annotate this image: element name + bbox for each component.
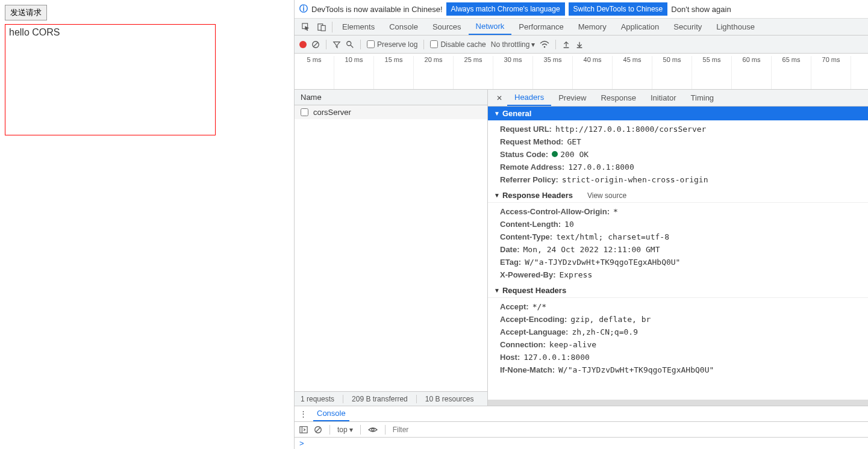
header-value: * [613, 207, 618, 216]
console-sidebar-icon[interactable] [299, 426, 308, 434]
header-key: Accept-Language: [500, 327, 568, 336]
svg-point-7 [544, 46, 546, 48]
kebab-menu-icon[interactable]: ⋮ [299, 409, 307, 418]
download-icon[interactable] [575, 40, 584, 49]
header-value: */* [532, 302, 546, 311]
view-source-link[interactable]: View source [587, 191, 626, 200]
requests-count: 1 requests [301, 395, 334, 403]
console-drawer-tabs: ⋮ Console [295, 406, 868, 422]
wifi-icon[interactable] [540, 40, 549, 49]
close-details-icon[interactable]: ✕ [492, 94, 507, 102]
header-key: Accept-Encoding: [500, 315, 567, 324]
timeline-tick: 50 ms [652, 56, 692, 89]
header-key: X-Powered-By: [500, 270, 555, 279]
info-icon: ⓘ [299, 4, 308, 14]
context-select[interactable]: top ▾ [337, 426, 353, 434]
clear-console-icon[interactable] [314, 426, 322, 434]
horizontal-scrollbar[interactable] [488, 400, 868, 406]
triangle-down-icon: ▼ [494, 287, 500, 294]
tab-memory[interactable]: Memory [571, 19, 614, 35]
timeline-tick: 60 ms [732, 56, 772, 89]
tab-performance[interactable]: Performance [511, 19, 570, 35]
section-response-header[interactable]: ▼ Response Headers View source [488, 188, 868, 203]
detail-tab-timing[interactable]: Timing [684, 90, 722, 106]
detail-tab-initiator[interactable]: Initiator [643, 90, 684, 106]
header-value: keep-alive [549, 340, 596, 349]
header-key: Referrer Policy: [500, 175, 558, 184]
chevron-down-icon: ▾ [531, 40, 535, 49]
detail-tab-preview[interactable]: Preview [551, 90, 593, 106]
name-column-header[interactable]: Name [295, 90, 487, 105]
header-value: 127.0.0.1:8000 [523, 353, 590, 362]
section-general-header[interactable]: ▼ General [488, 107, 868, 120]
header-row: Date:Mon, 24 Oct 2022 12:11:00 GMT [488, 243, 868, 256]
tab-lighthouse[interactable]: Lighthouse [709, 19, 762, 35]
header-key: Connection: [500, 340, 546, 349]
tab-application[interactable]: Application [614, 19, 667, 35]
header-row: Accept-Encoding:gzip, deflate, br [488, 313, 868, 326]
search-icon[interactable] [346, 40, 354, 49]
device-toolbar-icon[interactable] [314, 20, 329, 34]
tab-console[interactable]: Console [313, 406, 349, 421]
row-checkbox[interactable] [301, 108, 308, 116]
throttling-select[interactable]: No throttling ▾ [491, 40, 535, 49]
divider [360, 40, 361, 49]
console-prompt[interactable]: > [295, 438, 868, 449]
tab-elements[interactable]: Elements [335, 19, 382, 35]
header-row: Request Method:GET [488, 135, 868, 148]
section-request-header[interactable]: ▼ Request Headers [488, 283, 868, 298]
timeline-tick: 25 ms [454, 56, 493, 89]
header-row: Accept-Language:zh,zh-CN;q=0.9 [488, 326, 868, 338]
eye-icon[interactable] [368, 426, 378, 433]
divider [326, 40, 326, 49]
resources-size: 10 B resources [425, 395, 474, 403]
record-button[interactable] [299, 41, 307, 48]
divider [416, 395, 417, 403]
disable-cache-label: Disable cache [440, 40, 486, 49]
dont-show-again-link[interactable]: Don't show again [671, 5, 731, 14]
tab-security[interactable]: Security [666, 19, 709, 35]
console-filter-input[interactable] [393, 426, 513, 434]
filter-icon[interactable] [333, 40, 341, 49]
request-name: corsServer [313, 108, 351, 117]
detail-tab-response[interactable]: Response [593, 90, 643, 106]
header-value: GET [567, 137, 581, 146]
preserve-log-label: Preserve log [377, 40, 417, 49]
tab-sources[interactable]: Sources [425, 19, 469, 35]
language-info-bar: ⓘ DevTools is now available in Chinese! … [295, 0, 868, 19]
devtools-main-tabs: ElementsConsoleSourcesNetworkPerformance… [295, 19, 868, 36]
timeline-tick: 10 ms [334, 56, 374, 89]
timeline-tick: 55 ms [692, 56, 732, 89]
header-value: gzip, deflate, br [570, 315, 651, 324]
send-request-button[interactable]: 发送请求 [5, 5, 47, 20]
transferred-size: 209 B transferred [352, 395, 408, 403]
timeline-tick: 65 ms [772, 56, 811, 89]
header-row: Host:127.0.0.1:8000 [488, 351, 868, 364]
section-request-title: Request Headers [502, 286, 566, 295]
divider [332, 22, 333, 33]
clear-icon[interactable] [311, 40, 320, 49]
network-timeline[interactable]: 5 ms10 ms15 ms20 ms25 ms30 ms35 ms40 ms4… [295, 54, 868, 90]
always-match-language-button[interactable]: Always match Chrome's language [446, 2, 565, 16]
header-value: zh,zh-CN;q=0.9 [572, 327, 638, 336]
section-response-title: Response Headers [502, 191, 573, 200]
switch-to-chinese-button[interactable]: Switch DevTools to Chinese [569, 2, 668, 16]
divider [423, 40, 424, 49]
detail-tab-headers[interactable]: Headers [507, 90, 551, 106]
header-row: Status Code:200 OK [488, 148, 868, 161]
tab-network[interactable]: Network [469, 19, 512, 35]
upload-icon[interactable] [562, 40, 570, 49]
preserve-log-checkbox[interactable]: Preserve log [367, 40, 417, 49]
detail-tabs: ✕ HeadersPreviewResponseInitiatorTiming [488, 90, 868, 107]
inspect-element-icon[interactable] [298, 20, 314, 34]
svg-line-11 [316, 427, 320, 432]
header-value: strict-origin-when-cross-origin [562, 175, 708, 184]
throttling-label: No throttling [491, 40, 530, 49]
header-key: Request URL: [500, 125, 552, 134]
header-value: 127.0.0.1:8000 [568, 163, 634, 172]
tab-console[interactable]: Console [382, 19, 425, 35]
header-row: X-Powered-By:Express [488, 268, 868, 281]
request-row[interactable]: corsServer [295, 105, 487, 119]
divider [329, 425, 330, 435]
disable-cache-checkbox[interactable]: Disable cache [430, 40, 486, 49]
